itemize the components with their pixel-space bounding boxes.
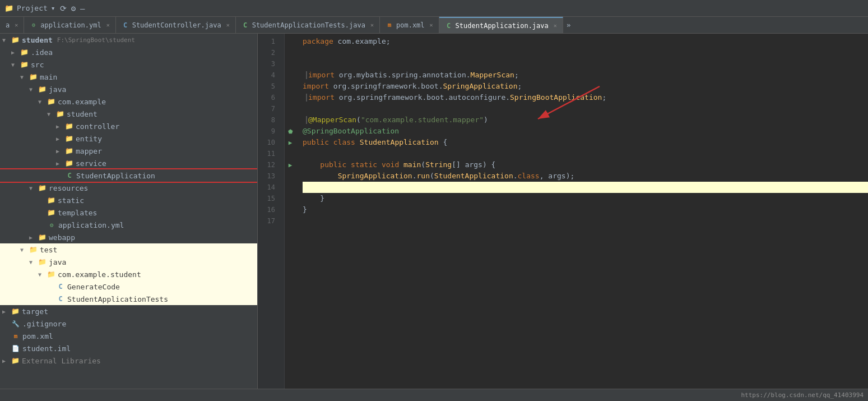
sidebar-label-target: target xyxy=(22,307,48,316)
sidebar-item-gitignore[interactable]: ▶ 🔧 .gitignore xyxy=(0,317,257,330)
sidebar-item-service[interactable]: ▶ 📁 service xyxy=(0,157,257,169)
sidebar-item-templates[interactable]: ▶ 📁 templates xyxy=(0,206,257,219)
chevron-down-icon-4: ▼ xyxy=(29,86,36,93)
line-num-15: 15 xyxy=(258,193,280,204)
java-test-file-icon: C xyxy=(56,283,65,291)
gutter-12-run[interactable]: ▶ xyxy=(285,159,296,170)
folder-main-icon: 📁 xyxy=(29,73,38,81)
line-num-14: 14 xyxy=(258,182,280,193)
chevron-right-icon-2: ▶ xyxy=(56,123,63,130)
code-line-3 xyxy=(303,58,868,70)
tab-application-yml[interactable]: ⚙ application.yml ✕ xyxy=(24,17,115,33)
gutter-8 xyxy=(285,114,296,126)
project-sidebar: ▼ 📁 student F:\SpringBoot\student ▶ 📁 .i… xyxy=(0,34,258,389)
tab-tests-close[interactable]: ✕ xyxy=(370,22,374,28)
line-numbers: 1 2 3 4 5 6 7 8 9 10 11 12 13 14 15 16 1… xyxy=(258,34,285,389)
chevron-right-icon-3: ▶ xyxy=(56,136,63,142)
code-content[interactable]: package com.example; import org.mybatis.… xyxy=(296,34,868,389)
folder-mapper-icon: 📁 xyxy=(65,147,73,155)
sidebar-item-test-java[interactable]: ▼ 📁 java xyxy=(0,256,257,268)
code-line-15: } xyxy=(303,193,868,204)
chevron-right-icon-8: ▶ xyxy=(29,234,36,241)
sidebar-item-webapp[interactable]: ▶ 📁 webapp xyxy=(0,231,257,243)
keyword: import xyxy=(308,70,335,81)
sidebar-item-java[interactable]: ▼ 📁 java xyxy=(0,83,257,95)
yaml-icon: ⚙ xyxy=(30,21,38,29)
tab-controller-close[interactable]: ✕ xyxy=(226,22,230,28)
project-label: Project xyxy=(17,4,48,12)
minimize-icon[interactable]: — xyxy=(80,4,85,13)
sidebar-item-static[interactable]: ▶ 📁 static xyxy=(0,194,257,206)
tab-student-app[interactable]: C StudentApplication.java ✕ xyxy=(439,17,563,33)
sidebar-item-com-example-student[interactable]: ▼ 📁 com.example.student xyxy=(0,268,257,280)
line-num-4: 4 xyxy=(258,70,280,81)
sidebar-item-target[interactable]: ▶ 📁 target xyxy=(0,305,257,317)
tab-yml-close[interactable]: ✕ xyxy=(106,22,110,28)
sidebar-label-student-root: student xyxy=(22,36,53,44)
sidebar-label-resources: resources xyxy=(49,184,88,192)
folder-static-icon: 📁 xyxy=(47,196,55,204)
sidebar-label-service: service xyxy=(76,159,106,168)
tab-a[interactable]: a ✕ xyxy=(0,17,24,33)
code-editor: 1 2 3 4 5 6 7 8 9 10 11 12 13 14 15 16 1… xyxy=(258,34,868,389)
sidebar-item-generate-code[interactable]: ▶ C GenerateCode xyxy=(0,280,257,293)
sidebar-item-application-yml[interactable]: ▶ ⚙ application.yml xyxy=(0,219,257,231)
sidebar-item-src[interactable]: ▼ 📁 src xyxy=(0,58,257,71)
folder-com-example-icon: 📁 xyxy=(47,98,55,105)
sidebar-item-external-libs[interactable]: ▶ 📁 External Libraries xyxy=(0,354,257,367)
code-line-6: import org.springframework.boot.autoconf… xyxy=(303,92,868,103)
tabs-bar: a ✕ ⚙ application.yml ✕ C StudentControl… xyxy=(0,17,868,34)
sidebar-label-generate-code: GenerateCode xyxy=(67,283,120,291)
folder-service-icon: 📁 xyxy=(65,159,73,167)
sidebar-item-student-root[interactable]: ▼ 📁 student F:\SpringBoot\student xyxy=(0,34,257,46)
tabs-overflow[interactable]: » xyxy=(563,17,574,33)
tab-student-controller[interactable]: C StudentController.java ✕ xyxy=(116,17,236,33)
sidebar-item-idea[interactable]: ▶ 📁 .idea xyxy=(0,46,257,58)
project-dropdown[interactable]: ▾ xyxy=(51,4,55,12)
keyword: import xyxy=(308,92,335,103)
line-num-11: 11 xyxy=(258,148,280,159)
sidebar-item-resources[interactable]: ▼ 📁 resources xyxy=(0,182,257,194)
sidebar-label-main: main xyxy=(40,73,57,81)
code-line-9: @SpringBootApplication xyxy=(303,126,868,137)
sidebar-label-student-application: StudentApplication xyxy=(76,172,155,180)
tab-student-app-tests-label: StudentApplicationTests.java xyxy=(252,21,365,29)
sidebar-label-pom: pom.xml xyxy=(22,332,53,340)
gutter-3 xyxy=(285,58,296,70)
sidebar-item-com-example[interactable]: ▼ 📁 com.example xyxy=(0,95,257,108)
spring-boot-annotation: @SpringBootApplication xyxy=(303,126,399,137)
code-line-8: @MapperScan("com.example.student.mapper"… xyxy=(303,114,868,126)
code-line-2 xyxy=(303,47,868,58)
java-test2-file-icon: C xyxy=(56,295,65,303)
tab-student-app-label: StudentApplication.java xyxy=(456,22,549,30)
tab-pom[interactable]: m pom.xml ✕ xyxy=(380,17,439,33)
sidebar-item-student-iml[interactable]: ▶ 📄 student.iml xyxy=(0,342,257,354)
chevron-down-icon-10: ▼ xyxy=(38,271,45,278)
sync-icon[interactable]: ⟳ xyxy=(60,4,67,13)
sidebar-item-main[interactable]: ▼ 📁 main xyxy=(0,71,257,83)
gutter-16 xyxy=(285,204,296,215)
settings-icon[interactable]: ⚙ xyxy=(71,4,76,13)
sidebar-item-test[interactable]: ▼ 📁 test xyxy=(0,243,257,256)
gutter-9[interactable]: ⬟ xyxy=(285,126,296,137)
line-num-7: 7 xyxy=(258,103,280,114)
sidebar-label-student-path: F:\SpringBoot\student xyxy=(57,36,135,44)
keyword: package xyxy=(303,36,333,47)
sidebar-item-student-pkg[interactable]: ▼ 📁 student xyxy=(0,108,257,120)
tab-student-app-tests[interactable]: C StudentApplicationTests.java ✕ xyxy=(236,17,380,33)
line-num-8: 8 xyxy=(258,114,280,126)
gutter-10-run[interactable]: ▶ xyxy=(285,137,296,148)
line-num-17: 17 xyxy=(258,215,280,227)
tab-a-close[interactable]: ✕ xyxy=(15,22,18,28)
tab-pom-close[interactable]: ✕ xyxy=(430,22,433,28)
sidebar-item-student-app-tests[interactable]: ▶ C StudentApplicationTests xyxy=(0,293,257,305)
tab-student-app-close[interactable]: ✕ xyxy=(554,22,557,29)
folder-ext-libs-icon: 📁 xyxy=(11,357,20,365)
sidebar-item-controller[interactable]: ▶ 📁 controller xyxy=(0,120,257,132)
sidebar-item-pom[interactable]: ▶ m pom.xml xyxy=(0,330,257,342)
main-area: ▼ 📁 student F:\SpringBoot\student ▶ 📁 .i… xyxy=(0,34,868,389)
sidebar-item-entity[interactable]: ▶ 📁 entity xyxy=(0,132,257,145)
sidebar-label-mapper: mapper xyxy=(76,147,102,155)
sidebar-item-mapper[interactable]: ▶ 📁 mapper xyxy=(0,145,257,157)
sidebar-item-student-application[interactable]: ▶ C StudentApplication xyxy=(0,169,257,182)
